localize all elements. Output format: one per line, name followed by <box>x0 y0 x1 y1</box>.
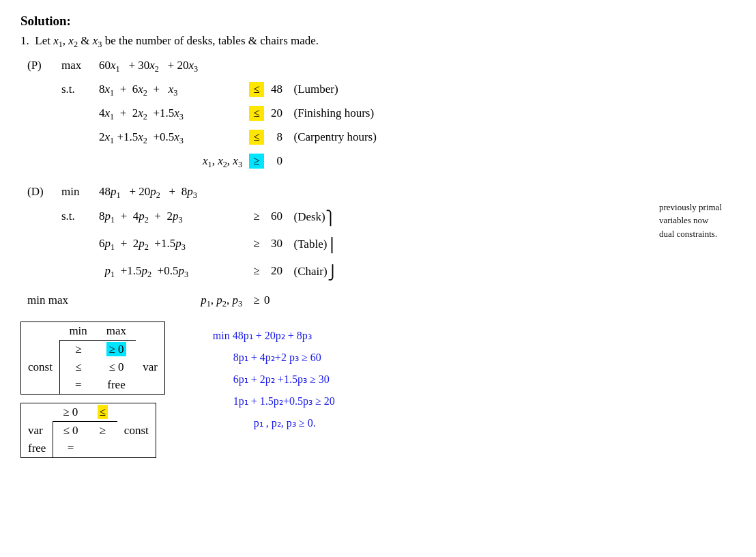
dual-c3-rhs: 20 <box>264 259 288 283</box>
dual-c1-lhs: 8p1 + 4p2 + 2p3 <box>99 205 249 229</box>
table1-r3-c1: = <box>59 376 96 395</box>
table1-r2-c2: ≤ 0 <box>97 358 136 376</box>
annotation-text: previously primal variables now dual con… <box>659 201 722 241</box>
primal-c1-ineq: ≤ <box>249 82 264 97</box>
dual-c2-comment: (Table)⎪ <box>288 231 337 259</box>
table2-row2: free = <box>21 440 156 458</box>
primal-objective-expr: 60x1 + 30x2 + 20x3 <box>99 54 198 78</box>
annotation-line3: dual constraints. <box>659 227 722 241</box>
table1-r3-c2: free <box>97 376 136 395</box>
hw-line3: 6p₁ + 2p₂ +1.5p₃ ≥ 30 <box>233 369 335 390</box>
primal-c1-comment: (Lumber) <box>288 78 338 101</box>
table1-row1: ≥ ≥ 0 <box>21 341 165 359</box>
dual-c1-comment: (Desk)⎫ <box>288 204 336 231</box>
table2: ≥ 0 ≤ var ≤ 0 ≥ const free = <box>20 403 156 458</box>
dual-nonneg-prefix: min max <box>27 289 75 312</box>
dual-constraint-3: p1 +1.5p2 +0.5p3 ≥ 20 (Chair)⎭ <box>27 259 736 286</box>
dual-nonneg-ineq: ≥ <box>249 289 264 312</box>
dual-nonneg-rhs: 0 <box>264 289 270 312</box>
primal-c2-lhs: 4x1 + 2x2 +1.5x3 <box>99 102 249 126</box>
table1-r2-extra: var <box>136 358 164 376</box>
primal-nonneg: x1, x2, x3 ≥ 0 <box>27 149 736 173</box>
dual-constraint-1: s.t. 8p1 + 4p2 + 2p3 ≥ 60 (Desk)⎫ <box>27 204 736 231</box>
table1-r3-label <box>21 376 60 395</box>
dual-keyword: min <box>61 180 99 203</box>
table2-r1-label: var <box>21 422 53 440</box>
table1-r1-label <box>21 341 60 359</box>
hw-line5: p₁ , p₂, p₃ ≥ 0. <box>254 412 335 434</box>
table2-r1-c2: ≥ <box>88 422 117 440</box>
primal-c3-rhs: 8 <box>264 126 288 149</box>
table2-r2-label: free <box>21 440 53 458</box>
table2-col1-header: ≥ 0 <box>53 403 88 422</box>
table1-r1-c2: ≥ 0 <box>97 341 136 359</box>
primal-label: (P) <box>27 54 61 77</box>
bottom-section: min max ≥ ≥ 0 const ≤ ≤ 0 <box>20 322 736 458</box>
primal-c1-lhs: 8x1 + 6x2 + x3 <box>99 78 249 102</box>
primal-c3-lhs: 2x1 +1.5x2 +0.5x3 <box>99 126 249 149</box>
dual-c1-ineq: ≥ <box>249 205 264 228</box>
primal-c2-ineq: ≤ <box>249 106 264 121</box>
table2-wrapper: ≥ 0 ≤ var ≤ 0 ≥ const free = <box>20 403 165 458</box>
table1-col1-header: min <box>59 322 96 341</box>
primal-st-label: s.t. <box>61 78 99 101</box>
annotation-line2: variables now <box>659 214 722 227</box>
dual-nonneg: min max p1, p2, p3 ≥ 0 <box>27 289 736 313</box>
dual-label: (D) <box>27 180 61 203</box>
dual-st-label: s.t. <box>61 205 99 228</box>
primal-keyword: max <box>61 54 99 77</box>
table2-r2-c2 <box>88 440 117 458</box>
table1-row3: = free <box>21 376 165 395</box>
primal-constraint-1: s.t. 8x1 + 6x2 + x3 ≤ 48 (Lumber) <box>27 78 736 102</box>
primal-c3-comment: (Carpentry hours) <box>288 126 377 149</box>
primal-section: (P) max 60x1 + 30x2 + 20x3 s.t. 8x1 + 6x… <box>27 54 736 173</box>
dual-c3-ineq: ≥ <box>249 259 264 283</box>
handwritten-section: min 48p₁ + 20p₂ + 8p₃ 8p₁ + 4p₂+2 p₃ ≥ 6… <box>213 325 335 434</box>
intro-line: 1. Let x1, x2 & x3 be the number of desk… <box>20 34 736 50</box>
primal-c1-rhs: 48 <box>264 78 288 101</box>
primal-constraint-3: 2x1 +1.5x2 +0.5x3 ≤ 8 (Carpentry hours) <box>27 126 736 149</box>
dual-nonneg-expr: p1, p2, p3 <box>99 289 249 313</box>
primal-constraint-2: 4x1 + 2x2 +1.5x3 ≤ 20 (Finishing hours) <box>27 102 736 126</box>
dual-objective-row: (D) min 48p1 + 20p2 + 8p3 <box>27 180 736 204</box>
table1-r2-c1: ≤ <box>59 358 96 376</box>
annotation-line1: previously primal <box>659 201 722 214</box>
dual-c2-ineq: ≥ <box>249 232 264 255</box>
primal-objective-row: (P) max 60x1 + 30x2 + 20x3 <box>27 54 736 78</box>
dual-constraint-2: 6p1 + 2p2 +1.5p3 ≥ 30 (Table)⎪ <box>27 231 736 259</box>
dual-section: previously primal variables now dual con… <box>27 180 736 313</box>
main-container: Solution: 1. Let x1, x2 & x3 be the numb… <box>20 14 736 458</box>
dual-c3-lhs: p1 +1.5p2 +0.5p3 <box>99 259 249 283</box>
dual-c2-rhs: 30 <box>264 232 288 255</box>
dual-c2-lhs: 6p1 + 2p2 +1.5p3 <box>99 232 249 256</box>
table2-r1-c1: ≤ 0 <box>53 422 88 440</box>
dual-objective-expr: 48p1 + 20p2 + 8p3 <box>99 180 197 204</box>
primal-c2-rhs: 20 <box>264 102 288 125</box>
primal-nonneg-rhs: 0 <box>264 149 288 173</box>
primal-nonneg-expr: x1, x2, x3 <box>99 149 249 173</box>
table2-col2-header: ≤ <box>88 403 117 422</box>
primal-c3-ineq: ≤ <box>249 130 264 145</box>
table1-col2-header: max <box>97 322 136 341</box>
table2-row1: var ≤ 0 ≥ const <box>21 422 156 440</box>
primal-c2-comment: (Finishing hours) <box>288 102 374 125</box>
table1-row2: const ≤ ≤ 0 var <box>21 358 165 376</box>
primal-nonneg-ineq: ≥ <box>249 154 264 169</box>
table1: min max ≥ ≥ 0 const ≤ ≤ 0 <box>20 322 165 395</box>
dual-c1-rhs: 60 <box>264 205 288 228</box>
table2-r1-extra: const <box>117 422 156 440</box>
table1-r1-c1: ≥ <box>59 341 96 359</box>
hw-line4: 1p₁ + 1.5p₂+0.5p₃ ≥ 20 <box>233 390 335 412</box>
hw-line1: min 48p₁ + 20p₂ + 8p₃ <box>213 325 335 347</box>
dual-c3-comment: (Chair)⎭ <box>288 259 338 286</box>
table1-r2-label: const <box>21 358 60 376</box>
table1-wrapper: min max ≥ ≥ 0 const ≤ ≤ 0 <box>20 322 165 395</box>
table2-r2-c1: = <box>53 440 88 458</box>
solution-title: Solution: <box>20 14 736 29</box>
tables-column: min max ≥ ≥ 0 const ≤ ≤ 0 <box>20 322 165 458</box>
hw-line2: 8p₁ + 4p₂+2 p₃ ≥ 60 <box>233 347 335 369</box>
